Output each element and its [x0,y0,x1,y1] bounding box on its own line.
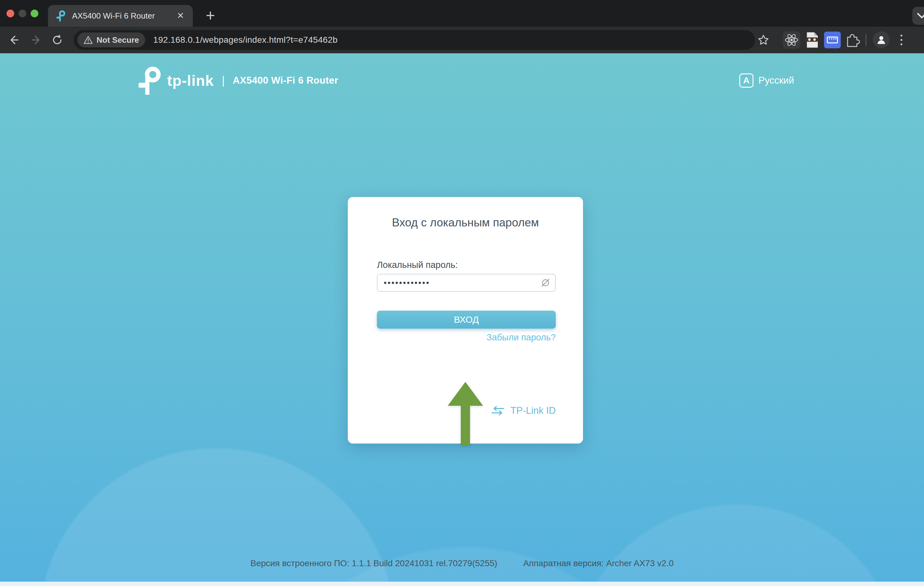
password-input[interactable] [378,275,536,291]
version-footer: Версия встроенного ПО: 1.1.1 Build 20241… [0,558,924,568]
bottom-strip [0,582,924,586]
forgot-password-row: Забыли пароль? [377,332,556,343]
tab-title: AX5400 Wi-Fi 6 Router [72,11,176,21]
security-label: Not Secure [97,35,139,45]
tplink-logo-icon [137,66,162,95]
reload-button[interactable] [51,33,64,46]
chevron-down-icon [917,12,924,19]
tab-search-button[interactable] [912,7,924,25]
url-bar[interactable]: Not Secure 192.168.0.1/webpages/index.ht… [74,30,755,50]
warning-triangle-icon [84,36,93,44]
product-name: AX5400 Wi-Fi 6 Router [233,75,338,86]
json-viewer-mask-extension-icon[interactable] [803,31,821,49]
language-selector[interactable]: A Русский [739,73,794,88]
forgot-password-link[interactable]: Забыли пароль? [487,332,556,342]
close-window-button[interactable] [7,10,14,17]
firmware-version: Версия встроенного ПО: 1.1.1 Build 20241… [250,558,497,568]
login-button[interactable]: ВХОД [377,311,556,329]
tplink-favicon-icon [55,10,66,22]
login-title: Вход с локальным паролем [348,216,583,229]
back-button[interactable] [7,33,20,46]
password-label: Локальный пароль: [377,260,458,270]
browser-menu-kebab-icon[interactable] [897,32,906,48]
ruler-extension-icon[interactable] [824,31,841,49]
brand-wordmark: tp-link [167,72,214,89]
eye-off-icon [540,277,551,288]
language-label: Русский [759,75,794,86]
toggle-password-visibility-button[interactable] [536,275,555,291]
tab-strip: AX5400 Wi-Fi 6 Router ✕ + [0,0,924,26]
brand-separator: | [222,74,224,87]
close-tab-icon[interactable]: ✕ [176,10,185,22]
forward-button[interactable] [30,33,43,46]
annotation-arrow-up [447,381,484,447]
tab-ax5400-router[interactable]: AX5400 Wi-Fi 6 Router ✕ [48,5,193,26]
profile-avatar[interactable] [873,31,889,48]
tplink-id-login-link[interactable]: TP-Link ID [491,405,556,416]
not-secure-chip[interactable]: Not Secure [78,33,145,47]
toolbar-divider [866,34,866,46]
swap-arrows-icon [491,406,505,416]
language-icon: A [739,73,754,88]
minimize-window-button[interactable] [18,10,26,17]
browser-window: AX5400 Wi-Fi 6 Router ✕ + [0,0,924,586]
hardware-version: Аппаратная версия: Archer AX73 v2.0 [523,558,674,568]
url-text[interactable]: 192.168.0.1/webpages/index.html?t=e74546… [153,35,338,45]
traffic-lights [7,10,38,17]
router-login-page: tp-link | AX5400 Wi-Fi 6 Router A Русски… [0,53,924,582]
browser-toolbar: Not Secure 192.168.0.1/webpages/index.ht… [0,26,924,53]
password-field [377,274,556,292]
react-devtools-extension-icon[interactable] [783,31,800,49]
tplink-id-label: TP-Link ID [511,405,556,416]
site-header: tp-link | AX5400 Wi-Fi 6 Router A Русски… [137,65,794,96]
zoom-window-button[interactable] [31,10,38,17]
extensions-puzzle-icon[interactable] [843,31,861,49]
bookmark-star-icon[interactable] [757,33,770,46]
brand-block: tp-link | AX5400 Wi-Fi 6 Router [137,66,338,95]
new-tab-button[interactable]: + [201,6,220,25]
